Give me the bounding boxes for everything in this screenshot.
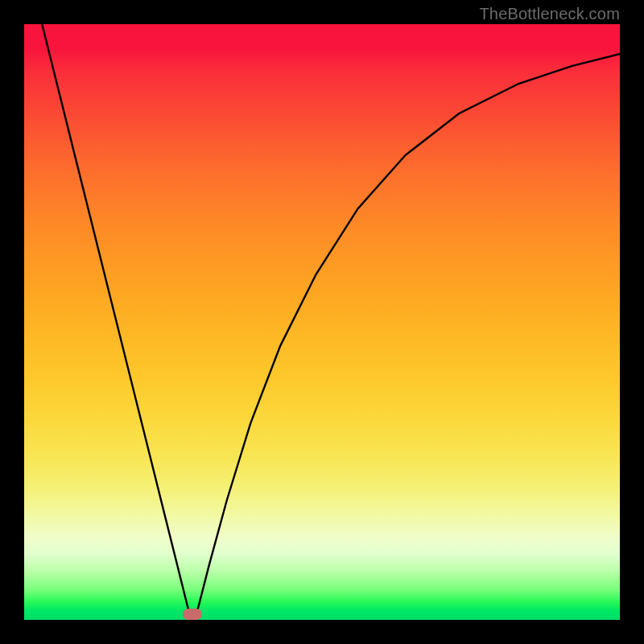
chart-container: TheBottleneck.com xyxy=(0,0,644,644)
watermark-text: TheBottleneck.com xyxy=(479,5,620,23)
plot-area xyxy=(24,24,620,620)
curve-layer xyxy=(24,24,620,620)
min-marker xyxy=(183,609,202,620)
curve-path xyxy=(42,24,620,617)
